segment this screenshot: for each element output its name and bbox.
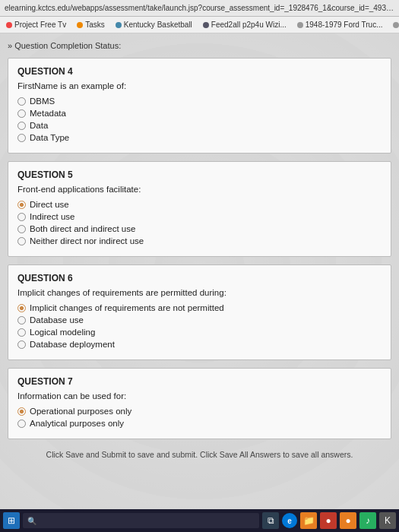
question-4-text: FirstName is an example of: bbox=[17, 81, 382, 90]
task-view-button[interactable]: ⧉ bbox=[262, 512, 279, 529]
question-block-4: QUESTION 4 FirstName is an example of: D… bbox=[8, 58, 391, 154]
question-6-text: Implicit changes of requirements are per… bbox=[17, 288, 382, 297]
app-icon-2[interactable]: ● bbox=[340, 512, 356, 529]
bookmark-dot bbox=[116, 22, 122, 28]
start-button[interactable]: ⊞ bbox=[3, 512, 20, 529]
radio-button[interactable] bbox=[17, 134, 26, 142]
bookmarks-bar: Project Free Tv Tasks Kentucky Basketbal… bbox=[0, 17, 399, 33]
option-row[interactable]: DBMS bbox=[17, 97, 382, 106]
app-icon-1[interactable]: ● bbox=[320, 512, 337, 529]
radio-button[interactable] bbox=[17, 109, 26, 118]
option-label: DBMS bbox=[30, 97, 55, 106]
taskbar: ⊞ 🔍 ⧉ e 📁 ● ● ♪ K bbox=[0, 509, 399, 532]
option-row[interactable]: Indirect use bbox=[17, 212, 382, 221]
option-label: Analytical purposes only bbox=[30, 419, 124, 428]
radio-button-selected[interactable] bbox=[17, 407, 26, 416]
bookmark-dot bbox=[77, 22, 83, 28]
option-row[interactable]: Database use bbox=[17, 315, 382, 325]
option-label: Metadata bbox=[30, 109, 66, 118]
option-row[interactable]: Database deployment bbox=[17, 340, 382, 349]
radio-button-selected[interactable] bbox=[17, 201, 26, 209]
question-7-text: Information can be used for: bbox=[17, 391, 382, 401]
browser-bar: elearning.kctcs.edu/webapps/assessment/t… bbox=[0, 0, 399, 17]
option-row[interactable]: Logical modeling bbox=[17, 328, 382, 337]
bookmark-label: Kentucky Basketball bbox=[124, 21, 192, 29]
question-block-7: QUESTION 7 Information can be used for: … bbox=[8, 368, 391, 439]
radio-button[interactable] bbox=[17, 316, 26, 325]
bookmark-feed2all[interactable]: Feed2all p2p4u Wizi... bbox=[200, 20, 290, 30]
option-label: Database deployment bbox=[30, 340, 115, 349]
option-row[interactable]: Data bbox=[17, 121, 382, 130]
option-label: Logical modeling bbox=[30, 328, 95, 337]
completion-status: » Question Completion Status: bbox=[8, 40, 391, 52]
bookmark-dot bbox=[6, 22, 12, 28]
option-row[interactable]: Data Type bbox=[17, 133, 382, 142]
bookmark-truck[interactable]: Truck Parts and bbox=[390, 20, 399, 30]
folder-icon[interactable]: 📁 bbox=[300, 512, 317, 529]
option-label: Operational purposes only bbox=[30, 407, 131, 416]
radio-button[interactable] bbox=[17, 213, 26, 221]
bookmark-ford[interactable]: 1948-1979 Ford Truc... bbox=[294, 20, 386, 30]
question-7-title: QUESTION 7 bbox=[17, 376, 382, 387]
option-row[interactable]: Analytical purposes only bbox=[17, 419, 382, 428]
bookmark-kentucky[interactable]: Kentucky Basketball bbox=[112, 20, 195, 30]
radio-button[interactable] bbox=[17, 420, 26, 428]
question-block-6: QUESTION 6 Implicit changes of requireme… bbox=[8, 264, 391, 360]
submit-note: Click Save and Submit to save and submit… bbox=[8, 447, 391, 462]
url-bar: elearning.kctcs.edu/webapps/assessment/t… bbox=[5, 4, 394, 12]
bookmark-tasks[interactable]: Tasks bbox=[74, 20, 108, 30]
option-row[interactable]: Both direct and indirect use bbox=[17, 224, 382, 233]
option-label: Data Type bbox=[30, 133, 69, 142]
question-5-title: QUESTION 5 bbox=[17, 169, 382, 180]
search-bar-taskbar[interactable]: 🔍 bbox=[23, 513, 259, 528]
option-label: Neither direct nor indirect use bbox=[30, 236, 144, 245]
radio-button[interactable] bbox=[17, 97, 26, 106]
bookmark-dot bbox=[393, 22, 399, 28]
edge-icon[interactable]: e bbox=[282, 513, 297, 528]
radio-button[interactable] bbox=[17, 122, 26, 130]
content-area: » Question Completion Status: QUESTION 4… bbox=[0, 33, 399, 509]
option-label: Implicit changes of requirements are not… bbox=[30, 303, 224, 312]
question-5-text: Front-end applications facilitate: bbox=[17, 185, 382, 194]
option-row[interactable]: Neither direct nor indirect use bbox=[17, 236, 382, 245]
option-row[interactable]: Implicit changes of requirements are not… bbox=[17, 303, 382, 312]
option-label: Both direct and indirect use bbox=[30, 224, 135, 233]
radio-button[interactable] bbox=[17, 328, 26, 337]
app-icon-3[interactable]: ♪ bbox=[359, 512, 376, 529]
bookmark-label: 1948-1979 Ford Truc... bbox=[306, 21, 383, 29]
option-row[interactable]: Metadata bbox=[17, 109, 382, 118]
bookmark-label: Project Free Tv bbox=[14, 21, 66, 29]
question-block-5: QUESTION 5 Front-end applications facili… bbox=[8, 161, 391, 257]
question-6-title: QUESTION 6 bbox=[17, 273, 382, 283]
search-icon: 🔍 bbox=[27, 517, 36, 525]
radio-button[interactable] bbox=[17, 237, 26, 245]
option-label: Database use bbox=[30, 315, 84, 325]
radio-button[interactable] bbox=[17, 225, 26, 233]
option-label: Indirect use bbox=[30, 212, 74, 221]
bookmark-label: Tasks bbox=[85, 21, 105, 29]
radio-button[interactable] bbox=[17, 340, 26, 349]
radio-button-selected[interactable] bbox=[17, 304, 26, 312]
bookmark-dot bbox=[297, 22, 303, 28]
option-label: Data bbox=[30, 121, 48, 130]
option-row[interactable]: Direct use bbox=[17, 200, 382, 209]
question-4-title: QUESTION 4 bbox=[17, 66, 382, 77]
option-label: Direct use bbox=[30, 200, 69, 209]
app-icon-4[interactable]: K bbox=[379, 512, 396, 529]
bookmark-project-free-tv[interactable]: Project Free Tv bbox=[3, 20, 69, 30]
bookmark-label: Feed2all p2p4u Wizi... bbox=[211, 21, 287, 29]
option-row[interactable]: Operational purposes only bbox=[17, 407, 382, 416]
bookmark-dot bbox=[203, 22, 209, 28]
